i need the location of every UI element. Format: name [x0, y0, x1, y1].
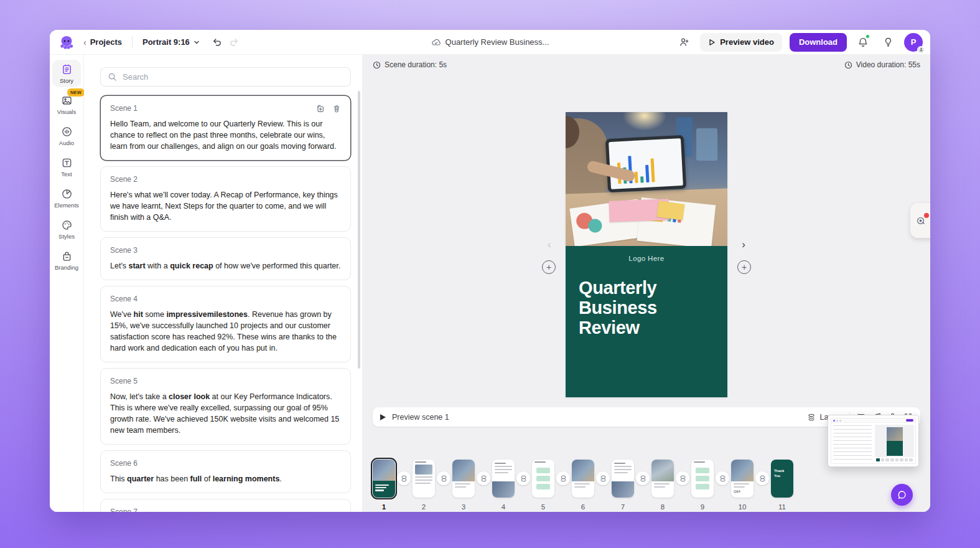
transition-button[interactable] — [437, 471, 450, 485]
text-icon — [61, 157, 73, 169]
scene-duration: Scene duration: 5s — [373, 60, 447, 69]
transition-button[interactable] — [556, 471, 570, 485]
next-scene-arrow[interactable]: › — [742, 239, 745, 250]
app-window: ‹ Projects Portrait 9:16 Quarterly Revie… — [50, 30, 930, 512]
app-logo-octopus-icon[interactable] — [58, 34, 75, 50]
projects-label: Projects — [90, 37, 122, 47]
sidebar-item-story[interactable]: Story — [52, 60, 81, 87]
user-avatar[interactable]: P — [904, 33, 923, 52]
sidebar-item-audio[interactable]: Audio — [52, 122, 81, 149]
scene-card-text[interactable]: Now, let's take a closer look at our Key… — [110, 391, 341, 436]
scene-card-text[interactable]: This quarter has been full of learning m… — [110, 473, 341, 484]
logo-placeholder[interactable]: Logo Here — [566, 255, 727, 262]
transition-button[interactable] — [477, 471, 490, 485]
timeline-number-9: 9 — [701, 503, 704, 511]
timeline-number-6: 6 — [581, 503, 585, 511]
cloud-saved-icon — [431, 37, 441, 47]
video-duration: Video duration: 55s — [844, 60, 920, 69]
chat-bubble-icon — [897, 489, 907, 500]
notifications-bell-icon[interactable] — [854, 34, 872, 51]
scene-card-7[interactable]: Scene 7We've grown in several areas, inc… — [100, 499, 351, 512]
tips-lightbulb-icon[interactable] — [879, 34, 897, 51]
divider — [132, 36, 133, 49]
delete-scene-icon[interactable] — [332, 104, 341, 113]
panel-scrollbar[interactable] — [358, 91, 360, 369]
branding-icon — [61, 250, 73, 262]
sidebar-item-branding[interactable]: Branding — [52, 247, 81, 274]
document-title-area[interactable]: Quarterly Review Business... — [431, 37, 549, 47]
redo-button[interactable] — [226, 34, 243, 51]
clock-icon — [373, 61, 381, 69]
preview-video-button[interactable]: Preview video — [700, 33, 782, 52]
timeline-number-2: 2 — [422, 503, 426, 511]
back-to-projects[interactable]: ‹ Projects — [83, 37, 122, 47]
sidebar-item-label: Branding — [55, 264, 78, 271]
new-badge: NEW — [67, 88, 85, 97]
scene-card-4[interactable]: Scene 4We've hit some impressivemileston… — [100, 286, 351, 362]
timeline-thumb-1[interactable] — [373, 460, 395, 498]
timeline: 123456789Q&A10Thank You11 — [373, 460, 793, 511]
duplicate-scene-icon[interactable] — [315, 104, 325, 113]
timeline-number-10: 10 — [739, 503, 747, 511]
timeline-thumb-10[interactable]: Q&A — [731, 460, 754, 498]
transition-button[interactable] — [676, 471, 689, 485]
scene-card-title: Scene 1 — [110, 104, 138, 113]
timeline-thumb-3[interactable] — [452, 460, 475, 498]
recorder-side-tab[interactable] — [910, 203, 930, 238]
transition-button[interactable] — [596, 471, 610, 485]
invite-collaborator-button[interactable] — [675, 34, 693, 51]
video-canvas[interactable]: Logo Here Quarterly Business Review — [566, 112, 727, 397]
transition-button[interactable] — [716, 471, 729, 485]
chevron-left-icon: ‹ — [83, 37, 86, 47]
scene-photo — [566, 112, 727, 246]
transition-button[interactable] — [636, 471, 650, 485]
scene-card-3[interactable]: Scene 3Let's start with a quick recap of… — [100, 237, 351, 280]
floating-preview-window[interactable] — [828, 415, 919, 467]
previous-scene-arrow[interactable]: ‹ — [548, 239, 551, 250]
help-chat-button[interactable] — [891, 484, 913, 506]
sidebar-item-elements[interactable]: Elements — [52, 184, 81, 212]
timeline-thumb-6[interactable] — [572, 460, 594, 498]
undo-button[interactable] — [208, 34, 226, 51]
download-button[interactable]: Download — [790, 33, 847, 52]
recording-dot — [924, 213, 929, 218]
timeline-thumb-11[interactable]: Thank You — [771, 460, 793, 498]
transition-button[interactable] — [755, 471, 769, 485]
scene-card-5[interactable]: Scene 5Now, let's take a closer look at … — [100, 368, 351, 445]
account-badge-icon — [917, 46, 925, 54]
scene-card-1[interactable]: Scene 1Hello Team, and welcome to our Qu… — [100, 95, 351, 161]
top-bar: ‹ Projects Portrait 9:16 Quarterly Revie… — [50, 30, 930, 55]
timeline-thumb-8[interactable] — [651, 460, 674, 498]
search-input[interactable] — [123, 72, 343, 82]
scene-card-2[interactable]: Scene 2Here's what we'll cover today. A … — [100, 166, 351, 232]
scene-card-title: Scene 2 — [110, 175, 138, 184]
sidebar-item-styles[interactable]: Styles — [52, 215, 81, 243]
scene-card-title: Scene 4 — [110, 295, 138, 303]
sidebar-item-label: Audio — [59, 139, 74, 146]
timeline-thumb-9[interactable] — [691, 460, 714, 498]
add-scene-left-button[interactable]: + — [542, 260, 556, 274]
sidebar-item-text[interactable]: Text — [52, 153, 81, 181]
sidebar-item-visuals[interactable]: NEWVisuals — [52, 91, 81, 118]
play-outline-icon — [708, 39, 716, 46]
scene-card-text[interactable]: Here's what we'll cover today. A Recap o… — [110, 189, 341, 223]
timeline-thumb-5[interactable] — [532, 460, 554, 498]
aspect-ratio-selector[interactable]: Portrait 9:16 — [142, 37, 200, 47]
play-scene-button[interactable] — [380, 414, 386, 420]
transition-button[interactable] — [516, 471, 530, 485]
search-box[interactable] — [100, 67, 351, 87]
sidebar-item-label: Visuals — [57, 108, 76, 115]
scene-card-text[interactable]: Let's start with a quick recap of how we… — [110, 260, 341, 272]
scene-card-text[interactable]: Hello Team, and welcome to our Quarterly… — [110, 118, 341, 152]
timeline-thumb-2[interactable] — [413, 460, 435, 498]
transition-button[interactable] — [397, 471, 411, 485]
scene-title-text[interactable]: Quarterly Business Review — [579, 278, 691, 338]
timeline-thumb-4[interactable] — [492, 460, 515, 498]
add-scene-right-button[interactable]: + — [737, 260, 751, 274]
timeline-number-4: 4 — [502, 503, 505, 511]
scene-card-6[interactable]: Scene 6This quarter has been full of lea… — [100, 450, 351, 493]
timeline-number-11: 11 — [778, 503, 786, 511]
clock-icon — [844, 61, 852, 69]
timeline-thumb-7[interactable] — [612, 460, 634, 498]
scene-card-text[interactable]: We've hit some impressivemilestones. Rev… — [110, 309, 341, 354]
